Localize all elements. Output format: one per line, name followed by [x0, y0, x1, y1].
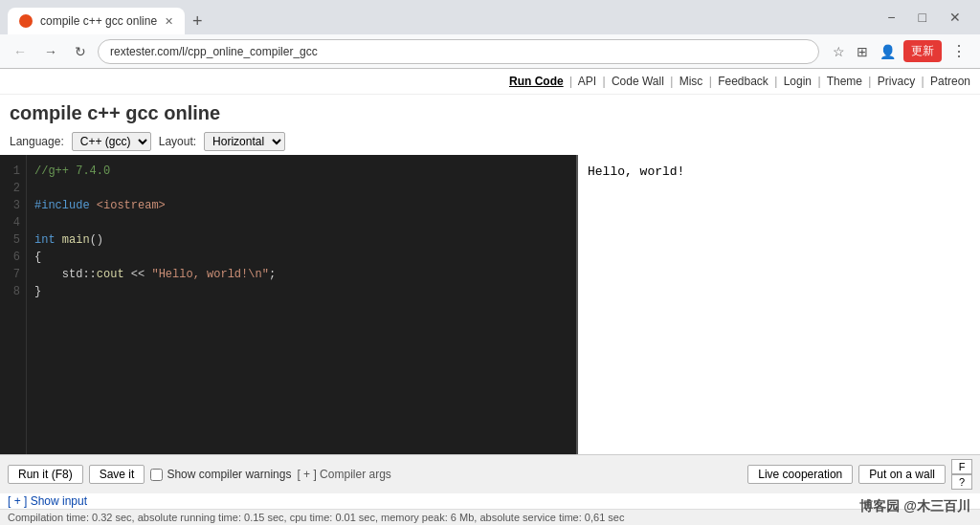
- controls-row: Language: C++ (gcc) Layout: Horizontal: [0, 128, 980, 155]
- save-button[interactable]: Save it: [89, 465, 145, 484]
- refresh-button[interactable]: ↻: [69, 40, 92, 63]
- status-bar: Compilation time: 0.32 sec, absolute run…: [0, 509, 980, 525]
- page-title: compile c++ gcc online: [0, 95, 980, 128]
- new-tab-button[interactable]: +: [185, 8, 211, 34]
- nav-misc[interactable]: Misc: [679, 75, 703, 88]
- show-input-row: [ + ] Show input: [0, 493, 980, 509]
- language-select[interactable]: C++ (gcc): [72, 132, 151, 151]
- profile-icon[interactable]: 👤: [876, 40, 900, 63]
- toolbar-icons: ☆ ⊞ 👤 更新 ⋮: [829, 38, 972, 64]
- status-text: Compilation time: 0.32 sec, absolute run…: [8, 512, 624, 523]
- layout-label: Layout:: [159, 135, 196, 148]
- page-content: Run Code | API | Code Wall | Misc | Feed…: [0, 69, 980, 525]
- nav-theme[interactable]: Theme: [827, 75, 862, 88]
- fullscreen-button[interactable]: F: [951, 459, 972, 474]
- f-buttons: F ?: [951, 459, 972, 490]
- nav-patreon[interactable]: Patreon: [930, 75, 970, 88]
- more-options-button[interactable]: ⋮: [946, 38, 972, 64]
- main-area: 1 2 3 4 5 6 7 8 //g++ 7.4.0 #include <io…: [0, 155, 980, 454]
- code-area[interactable]: 1 2 3 4 5 6 7 8 //g++ 7.4.0 #include <io…: [0, 155, 576, 454]
- window-maximize-button[interactable]: □: [907, 0, 938, 34]
- tab-title: compile c++ gcc online: [40, 14, 157, 28]
- address-input[interactable]: [98, 39, 819, 64]
- extensions-icon[interactable]: ⊞: [853, 40, 872, 63]
- address-bar: ← → ↻ ☆ ⊞ 👤 更新 ⋮: [0, 34, 980, 69]
- run-button[interactable]: Run it (F8): [8, 465, 83, 484]
- update-button[interactable]: 更新: [903, 40, 942, 62]
- window-minimize-button[interactable]: −: [876, 0, 906, 34]
- nav-privacy[interactable]: Privacy: [878, 75, 915, 88]
- tab-favicon: [19, 14, 33, 28]
- show-warnings-checkbox[interactable]: [150, 469, 163, 481]
- tab-bar: compile c++ gcc online ✕ + − □ ✕: [0, 0, 980, 34]
- help-button[interactable]: ?: [951, 474, 972, 490]
- output-text: Hello, world!: [588, 164, 684, 179]
- show-warnings-label[interactable]: Show compiler warnings: [150, 468, 291, 481]
- layout-select[interactable]: Horizontal: [204, 132, 285, 151]
- top-nav: Run Code | API | Code Wall | Misc | Feed…: [0, 69, 980, 95]
- compiler-args-link[interactable]: [ + ] Compiler args: [297, 468, 390, 481]
- nav-login[interactable]: Login: [784, 75, 812, 88]
- window-controls: − □ ✕: [876, 0, 972, 34]
- language-label: Language:: [10, 135, 64, 148]
- show-warnings-text: Show compiler warnings: [167, 468, 291, 481]
- code-editor[interactable]: //g++ 7.4.0 #include <iostream> int main…: [27, 155, 576, 454]
- live-cooperation-button[interactable]: Live cooperation: [747, 465, 853, 484]
- window-close-button[interactable]: ✕: [938, 0, 972, 34]
- show-input-link[interactable]: [ + ] Show input: [8, 494, 87, 508]
- forward-button[interactable]: →: [38, 40, 63, 63]
- nav-feedback[interactable]: Feedback: [718, 75, 768, 88]
- nav-run-code[interactable]: Run Code: [509, 75, 564, 88]
- editor-pane: 1 2 3 4 5 6 7 8 //g++ 7.4.0 #include <io…: [0, 155, 578, 454]
- output-pane: Hello, world!: [578, 155, 980, 454]
- nav-api[interactable]: API: [578, 75, 596, 88]
- tab-close-icon[interactable]: ✕: [165, 15, 173, 28]
- bottom-bar: Run it (F8) Save it Show compiler warnin…: [0, 454, 980, 493]
- bookmark-icon[interactable]: ☆: [829, 40, 849, 63]
- put-on-wall-button[interactable]: Put on a wall: [858, 465, 946, 484]
- active-tab[interactable]: compile c++ gcc online ✕: [8, 8, 185, 34]
- back-button[interactable]: ←: [8, 40, 33, 63]
- watermark: 博客园 @木三百川: [859, 498, 970, 515]
- line-numbers: 1 2 3 4 5 6 7 8: [0, 155, 27, 454]
- nav-code-wall[interactable]: Code Wall: [612, 75, 664, 88]
